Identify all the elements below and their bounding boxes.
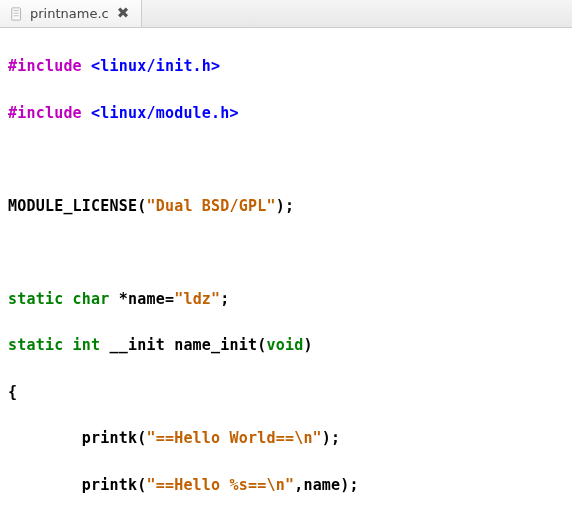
- file-icon: [10, 7, 24, 21]
- code-line: [8, 241, 564, 264]
- code-line: printk("==Hello %s==\n",name);: [8, 474, 564, 497]
- tab-filename: printname.c: [30, 6, 109, 21]
- code-line: static char *name="ldz";: [8, 288, 564, 311]
- code-line: {: [8, 381, 564, 404]
- code-line: MODULE_LICENSE("Dual BSD/GPL");: [8, 195, 564, 218]
- code-line: #include <linux/init.h>: [8, 55, 564, 78]
- code-editor[interactable]: #include <linux/init.h> #include <linux/…: [0, 28, 572, 520]
- close-icon[interactable]: ✖: [115, 6, 132, 21]
- tab-printname[interactable]: printname.c ✖: [0, 0, 142, 27]
- code-line: [8, 148, 564, 171]
- code-line: printk("==Hello World==\n");: [8, 427, 564, 450]
- code-line: static int __init name_init(void): [8, 334, 564, 357]
- code-line: #include <linux/module.h>: [8, 102, 564, 125]
- svg-rect-0: [12, 7, 21, 19]
- tab-bar: printname.c ✖: [0, 0, 572, 28]
